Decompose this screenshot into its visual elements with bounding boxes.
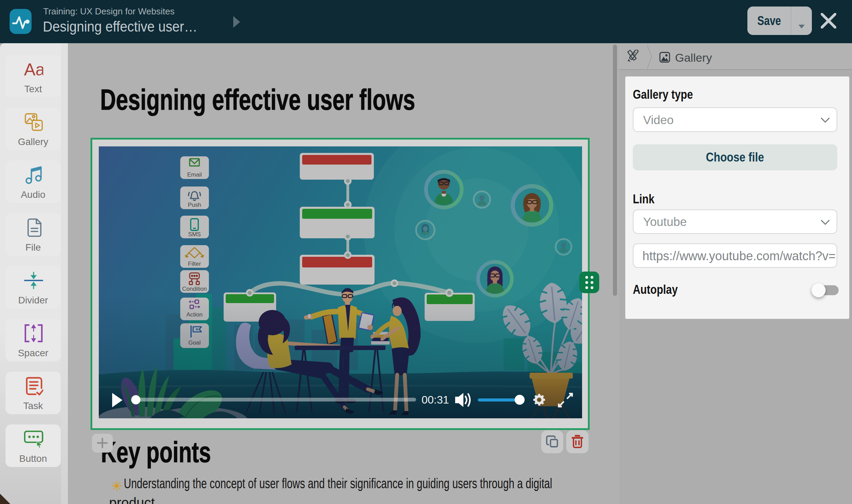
svg-text:00:31: 00:31 — [422, 394, 449, 406]
svg-text:Aa: Aa — [24, 60, 43, 78]
